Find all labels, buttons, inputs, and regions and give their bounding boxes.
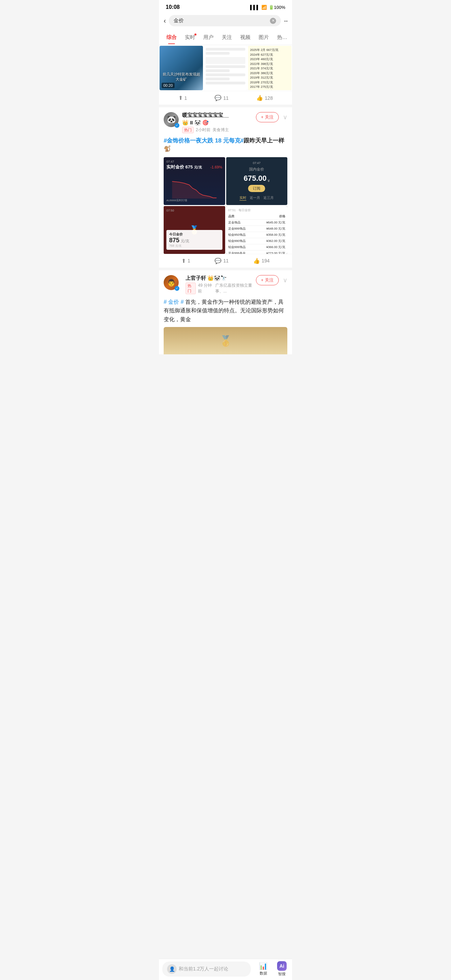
chart-change: -1.69% <box>210 165 222 169</box>
post1-time: 2小时前 <box>196 127 210 133</box>
card1-share[interactable]: ⬆ 1 <box>178 95 187 101</box>
post1-img-price[interactable]: 07:47 国内金价 675.00 ¥ 订阅 实时 近一月 近三月 <box>226 157 288 205</box>
list-item-3-price: ¥358.00 元/克 <box>266 233 285 237</box>
search-bar: ‹ 金价 ✕ ··· <box>159 12 292 30</box>
clear-button[interactable]: ✕ <box>270 18 276 24</box>
tab-hot[interactable]: 热… <box>273 31 291 44</box>
chart-label: 07:47 <box>167 160 222 163</box>
post2-hashtag: # 金价 # <box>164 299 184 305</box>
card1-like-count: 128 <box>265 95 273 101</box>
post2-header-inner: 👨 ✓ 上官子轩 👑🐼🔭 热门 49 分钟前 广东亿嘉投资独立董事、... <box>164 275 256 294</box>
post2-user-info: 上官子轩 👑🐼🔭 热门 49 分钟前 广东亿嘉投资独立董事、... <box>186 275 256 294</box>
post1-follow-button[interactable]: + 关注 <box>256 112 279 123</box>
post2-time: 49 分钟前 <box>198 283 213 294</box>
post2-follow-button[interactable]: + 关注 <box>256 275 279 285</box>
post1-img-list[interactable]: 07:51 · 每日金价 品类 价格 足金饰品 ¥645.00 元/克 足金99… <box>226 206 288 254</box>
post2-expand-button[interactable]: ∨ <box>280 277 287 284</box>
list-item-2-price: ¥648.00 元/克 <box>266 226 285 231</box>
status-time: 10:08 <box>166 4 180 10</box>
month-tab[interactable]: 近一月 <box>250 196 260 200</box>
list-time: 07:51 · 每日金价 <box>228 208 286 213</box>
list-row-2: 足金999饰品 ¥648.00 元/克 <box>228 226 286 232</box>
image-grid-card: 前几天沙特宣布发现超大金矿 00:20 <box>159 45 292 105</box>
back-button[interactable]: ‹ <box>164 17 166 25</box>
tab-comprehensive[interactable]: 综合 <box>162 31 181 44</box>
like-icon-2: 👍 <box>253 258 260 264</box>
gold-prices-placeholder: 2025年 2月 667元/克 2024年 627元/克 2023年 460元/… <box>248 46 291 90</box>
comment-icon-2: 💬 <box>214 258 221 264</box>
list-row-3: 铂金950饰品 ¥358.00 元/克 <box>228 232 286 238</box>
post1-share[interactable]: ⬆ 1 <box>181 258 190 264</box>
gold-prices-text: 2025年 2月 667元/克 2024年 627元/克 2023年 460元/… <box>250 48 289 90</box>
list-item-5-name: 铂金999饰品 <box>228 245 246 250</box>
post2-tag-row: 热门 49 分钟前 广东亿嘉投资独立董事、... <box>186 283 256 294</box>
realtime-dot <box>194 33 197 35</box>
post2-partial-image[interactable]: 🥇 <box>164 327 287 354</box>
gold-chart-content: 07:47 实时金价 675 元/克 -1.69% AU9999实时行情 <box>164 157 225 205</box>
list-row-4: 铂金990饰品 ¥362.00 元/克 <box>228 238 286 244</box>
tabs-bar: 综合 实时 用户 关注 视频 图片 热… ＋ <box>159 30 292 45</box>
tab-follow[interactable]: 关注 <box>218 31 236 44</box>
chart-line-wrap <box>167 172 222 199</box>
battery-icon: 🔋100% <box>268 5 285 10</box>
post1-img-today[interactable]: 07:50 🥇 今日金价 875 元/克 768 元/克 <box>164 206 225 254</box>
post1-like[interactable]: 👍 194 <box>253 258 270 264</box>
gold-list-content: 07:51 · 每日金价 品类 价格 足金饰品 ¥645.00 元/克 足金99… <box>226 206 288 254</box>
today-price-row: 875 元/克 <box>169 237 220 244</box>
post2-hot-tag: 热门 <box>186 283 196 294</box>
weibo-line-3 <box>206 65 245 68</box>
realtime-tab[interactable]: 实时 <box>240 196 246 200</box>
more-button[interactable]: ··· <box>284 17 287 25</box>
post2-avatar-wrap: 👨 ✓ <box>164 275 179 290</box>
post-card-2: 👨 ✓ 上官子轩 👑🐼🔭 热门 49 分钟前 广东亿嘉投资独立董事、... + … <box>159 270 292 355</box>
weibo-image[interactable] <box>203 46 247 90</box>
post1-expand-button[interactable]: ∨ <box>280 113 287 121</box>
tab-realtime[interactable]: 实时 <box>181 31 199 44</box>
video-duration: 00:20 <box>162 83 175 88</box>
today-title: 今日金价 <box>169 232 220 237</box>
post1-comment-count: 11 <box>223 258 229 264</box>
price-display: 675.00 ¥ <box>244 174 270 183</box>
post1-img-chart[interactable]: 07:47 实时金价 675 元/克 -1.69% AU9999实时行情 <box>164 157 225 205</box>
list-item-4-name: 铂金990饰品 <box>228 239 246 243</box>
price-time: 07:47 <box>253 161 261 165</box>
post1-header: 🐼 ✓ 暖宝宝宝宝宝宝宝__ 👑 II 🐼 🎯 热门 2小时前 美食博主 + 关… <box>164 112 287 133</box>
gold-prices-image[interactable]: 2025年 2月 667元/克 2024年 627元/克 2023年 460元/… <box>248 46 291 90</box>
card1-comment[interactable]: 💬 11 <box>214 95 229 101</box>
list-item-6-name: 足金999条金 <box>228 251 246 254</box>
price-tabs: 实时 近一月 近三月 <box>240 196 274 200</box>
image-grid: 前几天沙特宣布发现超大金矿 00:20 <box>159 45 292 91</box>
status-icons: ▌▌▌ 📶 🔋100% <box>250 5 285 10</box>
post1-tag-row: 热门 2小时前 美食博主 <box>182 127 256 133</box>
tab-image[interactable]: 图片 <box>254 31 273 44</box>
today-unit: 元/克 <box>181 239 189 243</box>
card1-share-count: 1 <box>184 95 187 101</box>
add-tab-button[interactable]: ＋ <box>291 30 292 45</box>
map-image[interactable]: 前几天沙特宣布发现超大金矿 00:20 <box>160 46 203 90</box>
price-unit: ¥ <box>268 179 270 183</box>
post1-user-info: 暖宝宝宝宝宝宝宝__ 👑 II 🐼 🎯 热门 2小时前 美食博主 <box>182 112 256 133</box>
post2-image-icon: 🥇 <box>219 335 232 347</box>
weibo-line-4 <box>206 69 229 72</box>
tab-users[interactable]: 用户 <box>199 31 218 44</box>
post1-share-count: 1 <box>187 258 190 264</box>
post2-header: 👨 ✓ 上官子轩 👑🐼🔭 热门 49 分钟前 广东亿嘉投资独立董事、... + … <box>164 275 287 294</box>
threemonth-tab[interactable]: 近三月 <box>264 196 274 200</box>
search-input-wrap[interactable]: 金价 ✕ <box>169 15 281 26</box>
chart-price: 实时金价 675 元/克 <box>167 164 202 170</box>
tab-video[interactable]: 视频 <box>236 31 254 44</box>
card1-comment-count: 11 <box>223 95 229 101</box>
like-icon: 👍 <box>256 95 263 101</box>
gold-price-content: 07:47 国内金价 675.00 ¥ 订阅 实时 近一月 近三月 <box>226 157 288 205</box>
subscribe-button[interactable]: 订阅 <box>248 185 265 192</box>
today-overlay: 今日金价 875 元/克 768 元/克 <box>167 230 222 250</box>
weibo-line-2 <box>206 52 229 55</box>
list-header: 品类 价格 <box>228 213 286 220</box>
chart-bottom-label: AU9999实时行情 <box>167 199 222 202</box>
list-item-1-name: 足金饰品 <box>228 220 241 225</box>
today-time: 07:50 <box>167 209 174 212</box>
list-item-4-price: ¥362.00 元/克 <box>266 239 285 243</box>
card1-like[interactable]: 👍 128 <box>256 95 273 101</box>
post1-title: #金饰价格一夜大跌 18 元每克#跟昨天早上一样 🐒 <box>164 137 287 153</box>
post1-comment[interactable]: 💬 11 <box>214 258 229 264</box>
